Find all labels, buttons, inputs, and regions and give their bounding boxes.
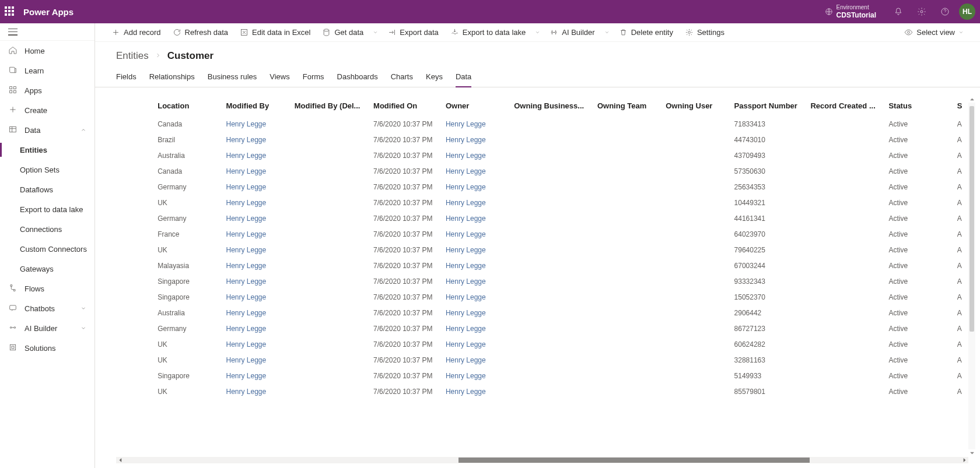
sidebar-item-data[interactable]: Data: [0, 120, 94, 140]
table-row[interactable]: SingaporeHenry Legge7/6/2020 10:37 PMHen…: [116, 273, 968, 289]
column-header[interactable]: Modified On: [368, 96, 440, 116]
help-button[interactable]: [936, 2, 954, 21]
table-row[interactable]: MalayasiaHenry Legge7/6/2020 10:37 PMHen…: [116, 258, 968, 273]
sidebar-subitem-gateways[interactable]: Gateways: [0, 259, 94, 279]
column-header[interactable]: Modified By (Del...: [289, 96, 368, 116]
table-row[interactable]: BrazilHenry Legge7/6/2020 10:37 PMHenry …: [116, 132, 968, 147]
cell-owner[interactable]: Henry Legge: [440, 289, 508, 305]
cell-modified-by[interactable]: Henry Legge: [220, 242, 288, 258]
tab-fields[interactable]: Fields: [116, 69, 136, 87]
entity-settings-button[interactable]: Settings: [680, 24, 729, 41]
cell-modified-by[interactable]: Henry Legge: [220, 226, 288, 242]
cell-modified-by[interactable]: Henry Legge: [220, 210, 288, 226]
table-row[interactable]: CanadaHenry Legge7/6/2020 10:37 PMHenry …: [116, 163, 968, 179]
cell-owner[interactable]: Henry Legge: [440, 321, 508, 336]
column-header[interactable]: Status: [883, 96, 951, 116]
sidebar-subitem-dataflows[interactable]: Dataflows: [0, 180, 94, 199]
cell-modified-by[interactable]: Henry Legge: [220, 179, 288, 195]
sidebar-item-flows[interactable]: Flows: [0, 279, 94, 298]
scroll-left-icon[interactable]: [116, 457, 124, 463]
column-header[interactable]: Owner: [440, 96, 508, 116]
sidebar-item-ai-builder[interactable]: AI Builder: [0, 318, 94, 338]
sidebar-subitem-option-sets[interactable]: Option Sets: [0, 160, 94, 180]
tab-charts[interactable]: Charts: [391, 69, 413, 87]
column-header[interactable]: Owning Team: [592, 96, 660, 116]
cell-owner[interactable]: Henry Legge: [440, 163, 508, 179]
table-row[interactable]: UKHenry Legge7/6/2020 10:37 PMHenry Legg…: [116, 352, 968, 368]
cell-modified-by[interactable]: Henry Legge: [220, 305, 288, 321]
table-row[interactable]: UKHenry Legge7/6/2020 10:37 PMHenry Legg…: [116, 383, 968, 399]
horizontal-scrollbar[interactable]: [116, 457, 968, 463]
cell-owner[interactable]: Henry Legge: [440, 226, 508, 242]
select-view-button[interactable]: Select view: [900, 24, 968, 41]
table-row[interactable]: FranceHenry Legge7/6/2020 10:37 PMHenry …: [116, 226, 968, 242]
cell-owner[interactable]: Henry Legge: [440, 116, 508, 132]
cell-modified-by[interactable]: Henry Legge: [220, 132, 288, 147]
vscroll-thumb[interactable]: [970, 106, 974, 332]
delete-entity-button[interactable]: Delete entity: [614, 24, 678, 41]
table-row[interactable]: AustraliaHenry Legge7/6/2020 10:37 PMHen…: [116, 147, 968, 163]
ai-builder-dropdown[interactable]: [602, 24, 612, 41]
cell-modified-by[interactable]: Henry Legge: [220, 289, 288, 305]
cell-owner[interactable]: Henry Legge: [440, 195, 508, 210]
cell-modified-by[interactable]: Henry Legge: [220, 258, 288, 273]
tab-dashboards[interactable]: Dashboards: [337, 69, 378, 87]
cell-modified-by[interactable]: Henry Legge: [220, 273, 288, 289]
cell-modified-by[interactable]: Henry Legge: [220, 195, 288, 210]
column-header[interactable]: Modified By: [220, 96, 288, 116]
sidebar-subitem-custom-connectors[interactable]: Custom Connectors: [0, 239, 94, 259]
tab-keys[interactable]: Keys: [426, 69, 443, 87]
cell-owner[interactable]: Henry Legge: [440, 147, 508, 163]
table-row[interactable]: UKHenry Legge7/6/2020 10:37 PMHenry Legg…: [116, 195, 968, 210]
cell-owner[interactable]: Henry Legge: [440, 210, 508, 226]
get-data-button[interactable]: Get data: [317, 24, 368, 41]
cell-owner[interactable]: Henry Legge: [440, 242, 508, 258]
cell-modified-by[interactable]: Henry Legge: [220, 383, 288, 399]
get-data-dropdown[interactable]: [370, 24, 380, 41]
scroll-right-icon[interactable]: [960, 457, 968, 463]
tab-relationships[interactable]: Relationships: [149, 69, 195, 87]
tab-business-rules[interactable]: Business rules: [208, 69, 257, 87]
notifications-button[interactable]: [889, 2, 908, 21]
app-launcher-icon[interactable]: [5, 6, 15, 17]
column-header[interactable]: Passport Number: [729, 96, 805, 116]
sidebar-item-solutions[interactable]: Solutions: [0, 338, 94, 358]
table-row[interactable]: GermanyHenry Legge7/6/2020 10:37 PMHenry…: [116, 210, 968, 226]
column-header[interactable]: Location: [152, 96, 220, 116]
cell-owner[interactable]: Henry Legge: [440, 273, 508, 289]
environment-picker[interactable]: Environment CDSTutorial: [825, 4, 876, 19]
cell-modified-by[interactable]: Henry Legge: [220, 352, 288, 368]
refresh-data-button[interactable]: Refresh data: [168, 24, 233, 41]
ai-builder-button[interactable]: AI Builder: [545, 24, 599, 41]
column-header[interactable]: Owning User: [660, 96, 728, 116]
vertical-scrollbar[interactable]: [968, 96, 975, 456]
scroll-up-icon[interactable]: [968, 96, 975, 103]
export-data-button[interactable]: Export data: [383, 24, 443, 41]
column-header[interactable]: S: [951, 96, 968, 116]
cell-owner[interactable]: Henry Legge: [440, 336, 508, 352]
cell-owner[interactable]: Henry Legge: [440, 305, 508, 321]
settings-button[interactable]: [912, 2, 931, 21]
cell-owner[interactable]: Henry Legge: [440, 179, 508, 195]
cell-modified-by[interactable]: Henry Legge: [220, 147, 288, 163]
tab-data[interactable]: Data: [456, 69, 471, 87]
sidebar-subitem-entities[interactable]: Entities: [0, 140, 94, 160]
table-row[interactable]: UKHenry Legge7/6/2020 10:37 PMHenry Legg…: [116, 242, 968, 258]
table-row[interactable]: SingaporeHenry Legge7/6/2020 10:37 PMHen…: [116, 289, 968, 305]
table-row[interactable]: GermanyHenry Legge7/6/2020 10:37 PMHenry…: [116, 321, 968, 336]
sidebar-subitem-connections[interactable]: Connections: [0, 219, 94, 239]
export-lake-dropdown[interactable]: [533, 24, 542, 41]
tab-forms[interactable]: Forms: [303, 69, 324, 87]
sidebar-item-learn[interactable]: Learn: [0, 61, 94, 80]
table-row[interactable]: CanadaHenry Legge7/6/2020 10:37 PMHenry …: [116, 116, 968, 132]
hscroll-thumb[interactable]: [459, 458, 810, 463]
sidebar-item-chatbots[interactable]: Chatbots: [0, 298, 94, 318]
cell-modified-by[interactable]: Henry Legge: [220, 368, 288, 383]
table-row[interactable]: AustraliaHenry Legge7/6/2020 10:37 PMHen…: [116, 305, 968, 321]
sidebar-subitem-export-to-data-lake[interactable]: Export to data lake: [0, 199, 94, 219]
cell-owner[interactable]: Henry Legge: [440, 258, 508, 273]
tab-views[interactable]: Views: [270, 69, 289, 87]
sidebar-item-home[interactable]: Home: [0, 41, 94, 61]
table-row[interactable]: SingaporeHenry Legge7/6/2020 10:37 PMHen…: [116, 368, 968, 383]
export-to-data-lake-button[interactable]: Export to data lake: [446, 24, 530, 41]
